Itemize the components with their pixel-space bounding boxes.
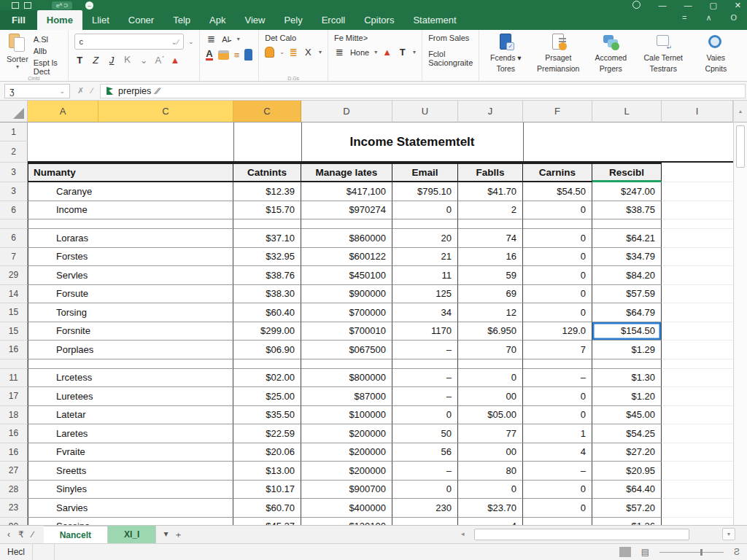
menu-tab-pely[interactable]: Pely xyxy=(274,10,311,30)
row-number[interactable]: 23 xyxy=(0,499,28,518)
cell-d[interactable]: $700000 xyxy=(301,303,392,322)
prev-sheet-icon[interactable]: ‹ xyxy=(7,529,10,540)
cell-name[interactable]: Luretees xyxy=(28,387,233,406)
cell-name[interactable]: Caranye xyxy=(28,182,233,201)
table-header-rescibl[interactable]: Rescibl xyxy=(592,163,662,182)
cell-l[interactable]: $247.00 xyxy=(592,182,662,201)
cell-u[interactable]: 56 xyxy=(392,443,458,462)
cell-j[interactable]: 00 xyxy=(458,443,523,462)
cell-c[interactable]: $35.50 xyxy=(233,406,301,425)
cell-j[interactable]: 0 xyxy=(458,481,523,499)
cell-d[interactable]: $600122 xyxy=(301,248,392,267)
cell-u[interactable]: $795.10 xyxy=(392,182,458,201)
menu-tab-coner[interactable]: Coner xyxy=(119,10,163,30)
delete-x-icon[interactable]: X xyxy=(303,47,314,58)
menu-tab-fill[interactable]: Fill xyxy=(0,10,37,30)
name-box-caret-icon[interactable]: ⌄ xyxy=(59,88,65,95)
cell-l[interactable]: $57.20 xyxy=(592,499,662,518)
cell-c[interactable]: $60.40 xyxy=(233,303,301,322)
column-header-u-4[interactable]: U xyxy=(392,101,458,122)
cell-f[interactable]: 0 xyxy=(523,303,592,322)
cell-l[interactable]: $20.95 xyxy=(592,462,662,481)
delete-caret-icon[interactable]: ▾ xyxy=(319,49,322,55)
row-number[interactable] xyxy=(0,219,28,229)
font-color-a-icon[interactable]: A xyxy=(206,49,212,61)
cell-d[interactable]: $970274 xyxy=(301,201,392,220)
cell-l[interactable]: $64.40 xyxy=(592,481,662,499)
cell-c[interactable] xyxy=(233,359,301,369)
cell-d[interactable]: $067500 xyxy=(301,341,392,359)
cell-c[interactable]: $10.17 xyxy=(233,481,301,499)
cell-d[interactable]: $800000 xyxy=(301,369,392,388)
cell-l[interactable]: $1.36 xyxy=(592,518,662,526)
cell-d[interactable]: $417,100 xyxy=(301,182,392,201)
cell-f[interactable]: 0 xyxy=(523,229,592,248)
column-header-a-0[interactable]: A xyxy=(28,101,98,122)
menu-tab-telp[interactable]: Telp xyxy=(163,10,200,30)
cell-c[interactable]: $02.00 xyxy=(233,369,301,388)
column-header-i-8[interactable]: I xyxy=(662,101,733,122)
add-sheet-icon[interactable]: ＋ xyxy=(174,529,182,541)
cell-name[interactable]: Lrcetess xyxy=(28,369,233,388)
enter-entry-icon[interactable]: ∕ xyxy=(91,86,93,96)
cell-name[interactable]: Forstes xyxy=(28,248,233,267)
cell-u[interactable] xyxy=(392,359,458,369)
cell-d[interactable]: $400000 xyxy=(301,499,392,518)
cell-u[interactable]: 34 xyxy=(392,303,458,322)
cell-d[interactable]: $87000 xyxy=(301,387,392,406)
align-lines-icon[interactable]: ≣ xyxy=(206,34,217,44)
column-header-f-6[interactable]: F xyxy=(523,101,592,122)
fill-color-icon[interactable] xyxy=(218,50,229,60)
undo-redo-group[interactable]: eᴬ Ɔ xyxy=(52,1,72,9)
table-header-fablls[interactable]: Fablls xyxy=(458,163,523,182)
cell-u[interactable]: 50 xyxy=(392,424,458,443)
cut-button[interactable]: A.Sl xyxy=(34,35,62,44)
cell-f[interactable] xyxy=(523,518,592,526)
vertical-scrollbar-thumb[interactable] xyxy=(736,125,745,168)
cell-f[interactable]: 7 xyxy=(523,341,592,359)
cell-l[interactable]: $38.75 xyxy=(592,201,662,220)
cell-name[interactable]: Sinyles xyxy=(28,481,233,499)
table-header-numanty[interactable]: Numanty xyxy=(28,163,233,182)
table-header-catnints[interactable]: Catnints xyxy=(233,163,301,182)
cell-c[interactable]: $299.00 xyxy=(233,322,301,341)
ribbon-button-cale-ternet-testrars[interactable]: ↵Cale TernetTestrars xyxy=(637,33,689,74)
cell-u[interactable]: 125 xyxy=(392,285,458,304)
column-header-j-5[interactable]: J xyxy=(458,101,523,122)
row-number[interactable]: 15 xyxy=(0,322,28,341)
cell-l[interactable]: $57.59 xyxy=(592,285,662,304)
formula-input[interactable]: prerpies ∕∕ xyxy=(100,84,746,98)
hscroll-right-button[interactable]: ▾ xyxy=(722,528,735,540)
cell-l[interactable]: $45.00 xyxy=(592,406,662,425)
cell-f[interactable]: 0 xyxy=(523,406,592,425)
cell-f[interactable]: 0 xyxy=(523,248,592,267)
cell-d[interactable]: $130100 xyxy=(301,518,392,526)
zoom-slider-thumb[interactable] xyxy=(700,549,703,556)
row-number[interactable]: 11 xyxy=(0,369,28,388)
row-number[interactable]: 6 xyxy=(0,229,28,248)
name-box[interactable]: ʒ ⌄ xyxy=(4,84,70,98)
cell-d[interactable]: $200000 xyxy=(301,462,392,481)
row-number[interactable]: 29 xyxy=(0,266,28,285)
italic-button[interactable]: Z xyxy=(90,55,101,66)
ribbon-button-fcends-tores[interactable]: ✓Fcends ▾Tores xyxy=(479,33,532,74)
menu-tab-home[interactable]: Home xyxy=(37,10,82,30)
cell-name[interactable]: Sarvies xyxy=(28,499,233,518)
cell-l[interactable]: $64.21 xyxy=(592,229,662,248)
row-number[interactable]: 14 xyxy=(0,285,28,304)
cell-u[interactable]: – xyxy=(392,518,458,526)
cell-j[interactable]: 59 xyxy=(458,266,523,285)
collapse-ribbon-icon[interactable]: ∧ xyxy=(705,13,711,23)
cell-f[interactable]: 0 xyxy=(523,499,592,518)
strikethrough-button[interactable]: Ꮶ xyxy=(123,54,133,66)
account-ring-icon[interactable] xyxy=(632,1,640,9)
cell-name[interactable]: Loraras xyxy=(28,229,233,248)
align-caret-icon[interactable]: ▾ xyxy=(237,36,240,42)
cell-c[interactable]: $25.00 xyxy=(233,387,301,406)
cell-j[interactable]: 12 xyxy=(458,303,523,322)
column-header-d-3[interactable]: D xyxy=(301,101,392,122)
table-header-manage-lates[interactable]: Manage lates xyxy=(301,163,392,182)
column-header-l-7[interactable]: L xyxy=(592,101,662,122)
page-layout-icon[interactable]: ▤ xyxy=(641,547,649,557)
font-size-button[interactable]: Aˊ xyxy=(155,55,166,66)
